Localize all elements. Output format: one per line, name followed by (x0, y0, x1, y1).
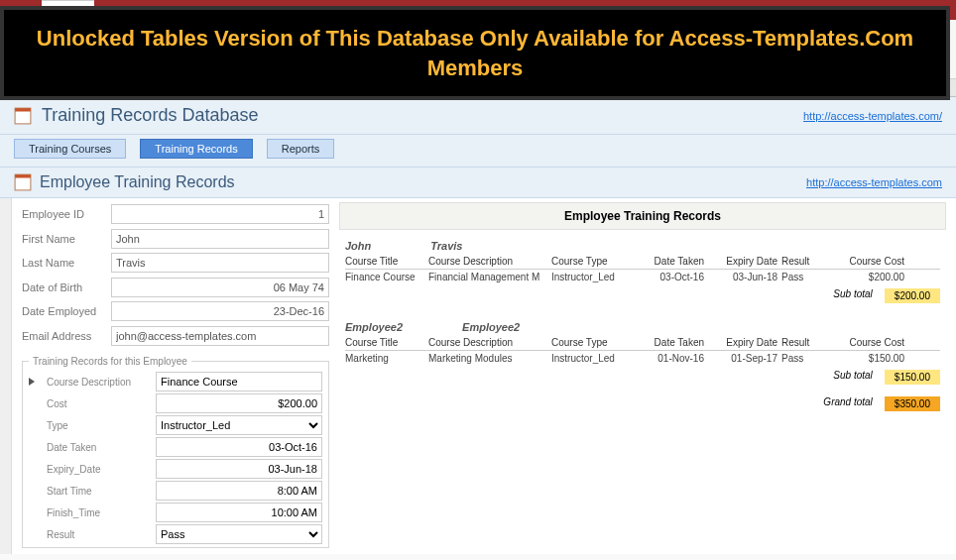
find-icon (505, 24, 525, 44)
employee-id-input[interactable] (111, 204, 329, 224)
select-button[interactable]: Select ▾ (533, 52, 591, 65)
totals-button[interactable]: Totals (430, 37, 488, 51)
grand-total-value: $350.00 (885, 396, 940, 411)
email-input[interactable] (111, 326, 329, 346)
header-link[interactable]: http://access-templates.com/ (803, 110, 942, 122)
sort-asc-button[interactable]: Ascending (135, 22, 214, 36)
report-columns: Course TitleCourse DescriptionCourse Typ… (345, 335, 940, 351)
advanced-button[interactable]: Advanced ▾ (219, 37, 295, 51)
svg-rect-12 (14, 78, 30, 81)
report-group-name: Employee2Employee2 (345, 315, 940, 335)
date-taken-input[interactable] (156, 437, 322, 457)
select-icon (536, 53, 547, 64)
goto-button[interactable]: Go To ▾ (533, 37, 591, 51)
training-records-button[interactable]: Training Records (140, 139, 252, 159)
refresh-icon (325, 24, 345, 44)
label-type: Type (47, 420, 150, 431)
toggle-filter-button[interactable]: Toggle Filter (219, 52, 295, 65)
dob-input[interactable] (111, 278, 329, 297)
training-records-db-tab[interactable]: Training Records DB (4, 75, 126, 96)
training-courses-button[interactable]: Training Courses (14, 139, 126, 159)
subrecord-selector[interactable] (29, 378, 41, 386)
svg-rect-2 (20, 25, 25, 28)
replace-button[interactable]: abReplace (533, 22, 591, 36)
toggle-icon (222, 53, 234, 64)
form-icon (14, 107, 32, 125)
db-title: Training Records Database (14, 105, 803, 126)
scissors-icon (47, 23, 59, 35)
reports-button[interactable]: Reports (267, 139, 335, 159)
spelling-button[interactable]: Spelling (430, 22, 488, 36)
find-button[interactable]: Find (501, 22, 529, 58)
sort-desc-button[interactable]: Descending (135, 37, 214, 51)
report-row: Finance CourseFinancial Management MInst… (345, 270, 940, 284)
employee-fields: Employee ID First Name Last Name Date of… (12, 198, 339, 554)
last-name-input[interactable] (111, 253, 329, 273)
sort-asc-icon (138, 23, 150, 35)
new-icon (370, 23, 382, 35)
report-group-name: JohnTravis (345, 234, 940, 254)
course-desc-input[interactable] (156, 372, 322, 392)
file-tab[interactable]: File (0, 0, 42, 20)
svg-rect-16 (15, 174, 31, 177)
tell-me-search[interactable]: Tell me what you want to do (94, 0, 255, 20)
more-button[interactable]: More ▾ (430, 52, 488, 65)
form-title: Employee Training Records (14, 173, 806, 191)
svg-rect-1 (18, 27, 28, 42)
cost-input[interactable] (156, 393, 322, 413)
refresh-all-button[interactable]: Refresh All (307, 22, 363, 58)
label-email: Email Address (22, 330, 111, 342)
subtotal-value: $150.00 (885, 370, 940, 385)
form-body: Employee ID First Name Last Name Date of… (0, 198, 956, 554)
svg-text:ab: ab (537, 26, 543, 32)
subtotal-value: $200.00 (885, 288, 940, 303)
subform-legend: Training Records for this Employee (29, 356, 191, 367)
label-cost: Cost (47, 398, 150, 409)
copy-icon (47, 38, 59, 50)
delete-icon (370, 53, 382, 64)
nav-buttons: Training Courses Training Records Report… (0, 135, 956, 168)
record-selector[interactable] (0, 198, 12, 554)
title-bar: File Home Tell me what you want to do (0, 0, 956, 20)
remove-sort-button[interactable]: Remove Sort (135, 52, 214, 65)
label-start: Start Time (47, 486, 150, 497)
funnel-icon (106, 24, 126, 44)
svg-rect-6 (372, 25, 380, 34)
replace-icon: ab (536, 23, 547, 35)
form-link[interactable]: http://access-templates.com (806, 176, 942, 188)
cut-button[interactable]: Cut (44, 22, 88, 36)
ribbon: Paste Cut Copy Clipboard Filter Ascendin… (0, 20, 956, 79)
label-course-desc: Course Description (47, 377, 150, 388)
ribbon-group-records: Refresh All New Save Delete ▾ Spelling T… (301, 20, 495, 78)
sigma-icon (433, 38, 445, 50)
selection-icon (222, 23, 234, 35)
expiry-input[interactable] (156, 459, 322, 479)
start-time-input[interactable] (156, 481, 322, 501)
form-header: Employee Training Records http://access-… (0, 168, 956, 198)
advanced-icon (222, 38, 234, 50)
training-subform: Training Records for this Employee Cours… (22, 356, 329, 548)
report-title: Employee Training Records (339, 202, 946, 230)
label-dob: Date of Birth (22, 281, 111, 293)
paste-button[interactable]: Paste (6, 22, 40, 58)
finish-time-input[interactable] (156, 503, 322, 522)
copy-button[interactable]: Copy (44, 37, 88, 51)
delete-button[interactable]: Delete ▾ (367, 52, 426, 65)
object-tab-strip: Training Records DB (0, 79, 956, 97)
save-button[interactable]: Save (367, 37, 426, 51)
home-tab[interactable]: Home (42, 0, 94, 20)
first-name-input[interactable] (111, 229, 329, 249)
new-record-button[interactable]: New (367, 22, 426, 36)
label-finish: Finish_Time (47, 507, 150, 518)
result-select[interactable]: Pass (156, 524, 322, 544)
label-expiry: Expiry_Date (47, 464, 150, 475)
type-select[interactable]: Instructor_Led (156, 415, 322, 435)
svg-rect-14 (15, 108, 31, 111)
report-preview: Employee Training Records JohnTravisCour… (339, 198, 956, 554)
filter-button[interactable]: Filter (101, 22, 131, 58)
ribbon-group-find: Find abReplace Go To ▾ Select ▾ Find (495, 20, 598, 78)
doe-input[interactable] (111, 301, 329, 321)
selection-button[interactable]: Selection ▾ (219, 22, 295, 36)
label-doe: Date Employed (22, 305, 111, 317)
label-last-name: Last Name (22, 257, 111, 269)
